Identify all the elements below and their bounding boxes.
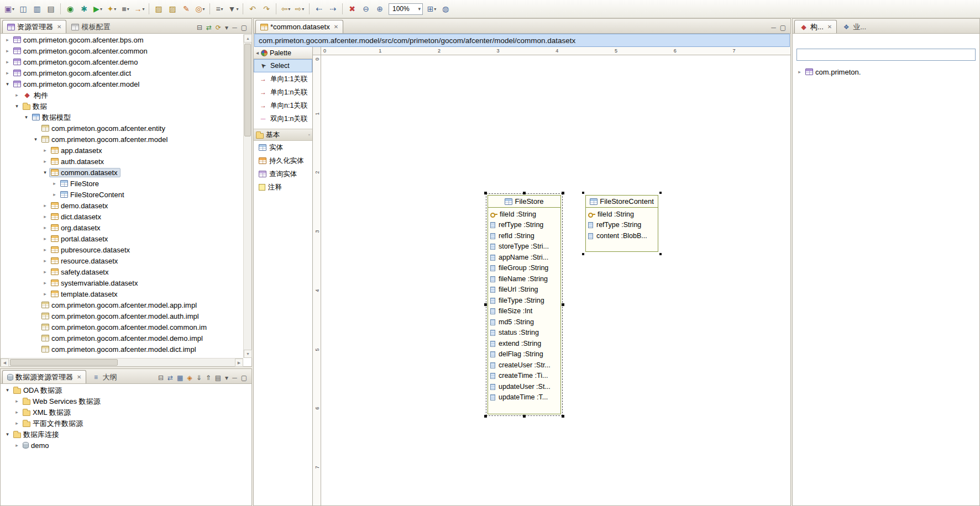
close-icon[interactable]: ✕: [827, 24, 832, 30]
dropdown-caret-icon[interactable]: ▾: [127, 7, 129, 12]
tree-item-body[interactable]: com.primeton.gocom.afcenter.model.demo.i…: [40, 334, 206, 343]
tree-item-body[interactable]: com.primeton.gocom.afcenter.model.auth.i…: [40, 312, 202, 321]
tree-item-body[interactable]: ◆构件: [21, 90, 51, 100]
expand-arrow-icon[interactable]: ▸: [41, 269, 49, 275]
expand-arrow-icon[interactable]: ▸: [13, 92, 21, 98]
dropdown-caret-icon[interactable]: ▾: [221, 7, 223, 12]
tree-item-body[interactable]: auth.datasetx: [49, 157, 107, 166]
entity-field-delFlag[interactable]: delFlag :String: [490, 349, 560, 360]
dropdown-caret-icon[interactable]: ▾: [12, 7, 14, 12]
back-button[interactable]: ⇦▾: [279, 2, 292, 15]
tree-item-body[interactable]: systemvariable.datasetx: [49, 278, 140, 288]
collapse-arrow-icon[interactable]: ▾: [3, 81, 12, 87]
tree-item-28[interactable]: com.primeton.gocom.afcenter.model.dict.i…: [1, 344, 243, 355]
tree-item-15[interactable]: ▸demo.datasetx: [1, 200, 243, 211]
profiles-icon[interactable]: ▤: [215, 375, 221, 381]
tree-item-body[interactable]: com.primeton.gocom.afcenter.model.common…: [40, 323, 209, 332]
tree-item-2[interactable]: ▸XML 数据源: [1, 407, 251, 418]
collapse-all-icon[interactable]: ⊟: [197, 24, 202, 31]
explorer-horizontal-scrollbar[interactable]: ◀ ▶: [1, 358, 243, 366]
tree-item-body[interactable]: 数据: [21, 102, 50, 111]
tree-item-body[interactable]: Web Services 数据源: [21, 397, 103, 406]
tree-item-3[interactable]: ▸平面文件数据源: [1, 418, 251, 429]
palette-tool-entity[interactable]: 实体: [254, 141, 312, 154]
entity-field-fileUrl[interactable]: fileUrl :String: [490, 284, 560, 296]
horizontal-ruler[interactable]: 01234567: [321, 47, 790, 55]
export-icon[interactable]: ⇑: [206, 375, 211, 381]
tree-item-16[interactable]: ▸dict.datasetx: [1, 211, 243, 222]
save-all-button[interactable]: ▥: [30, 2, 44, 15]
resize-handle-ne[interactable]: [562, 192, 564, 194]
resize-handle-se[interactable]: [659, 253, 662, 255]
open-package-2-button[interactable]: ▨: [166, 2, 179, 15]
format-brush-button[interactable]: ✎: [180, 2, 193, 15]
dropdown-caret-icon[interactable]: ▾: [142, 7, 144, 12]
expand-arrow-icon[interactable]: ▸: [41, 280, 49, 286]
minimize-icon[interactable]: ─: [232, 24, 237, 31]
right-splitter[interactable]: [791, 18, 792, 506]
collapse-arrow-icon[interactable]: ▾: [32, 136, 40, 142]
tree-item-body[interactable]: resource.datasetx: [49, 256, 120, 266]
tree-item-1[interactable]: ▸com.primeton.gocom.afcenter.common: [1, 45, 243, 56]
tree-item-body[interactable]: portal.datasetx: [49, 234, 111, 244]
pin-icon[interactable]: ▫: [308, 132, 310, 138]
tree-item-24[interactable]: com.primeton.gocom.afcenter.model.app.im…: [1, 299, 243, 310]
tree-item-body[interactable]: com.primeton.gocom.afcenter.common: [12, 46, 150, 56]
expand-arrow-icon[interactable]: ▸: [50, 181, 59, 186]
expand-arrow-icon[interactable]: ▸: [795, 69, 804, 75]
entity-field-storeType[interactable]: storeType :Stri...: [490, 241, 560, 252]
minimize-icon[interactable]: ─: [771, 24, 776, 31]
tree-item-7[interactable]: ▾数据模型: [1, 112, 243, 123]
entity-field-fileId[interactable]: fileId :String: [588, 209, 658, 220]
chevron-down-icon[interactable]: ▾: [418, 6, 421, 12]
minimize-icon[interactable]: ─: [232, 375, 237, 381]
collapse-arrow-icon[interactable]: ▾: [41, 170, 49, 175]
expand-arrow-icon[interactable]: ▸: [13, 409, 21, 415]
entity-field-status[interactable]: status :String: [490, 328, 560, 339]
expand-arrow-icon[interactable]: ▸: [13, 420, 21, 426]
tree-item-body[interactable]: org.datasetx: [49, 223, 103, 233]
scrollbar-thumb[interactable]: [10, 359, 118, 366]
entity-field-extend[interactable]: extend :String: [490, 338, 560, 349]
tree-item-body[interactable]: com.primeton.gocom.afcenter.model.dict.i…: [40, 345, 199, 354]
tree-item-3[interactable]: ▸com.primeton.gocom.afcenter.dict: [1, 67, 243, 78]
expand-arrow-icon[interactable]: ▸: [41, 203, 49, 208]
entity-field-fileType[interactable]: fileType :String: [490, 295, 560, 306]
link-with-editor-icon[interactable]: ⇄: [167, 375, 173, 381]
dropdown-caret-icon[interactable]: ▾: [288, 7, 290, 12]
maximize-icon[interactable]: ▢: [241, 24, 247, 31]
tree-item-26[interactable]: com.primeton.gocom.afcenter.model.common…: [1, 321, 243, 333]
tree-item-body[interactable]: com.primeton.gocom.afcenter.model.app.im…: [40, 301, 200, 310]
refresh-icon[interactable]: ⟳: [216, 24, 221, 31]
diagram-canvas[interactable]: FileStorefileId :StringrefType :Stringre…: [321, 55, 790, 505]
tab-components[interactable]: ◆构...✕: [794, 20, 837, 33]
new-wizard-button[interactable]: ▣▾: [3, 2, 16, 15]
tree-item-body[interactable]: 数据模型: [30, 113, 74, 122]
dropdown-caret-icon[interactable]: ▾: [100, 7, 102, 12]
expand-arrow-icon[interactable]: ▸: [3, 70, 12, 76]
tree-item-0[interactable]: ▸com.primeton.gocom.afcenter.bps.om: [1, 34, 243, 45]
entity-field-fileName[interactable]: fileName :String: [490, 273, 560, 284]
palette-collapse-icon[interactable]: ◂: [256, 50, 259, 56]
tab-common-datasetx[interactable]: *common.datasetx✕: [255, 20, 343, 33]
tree-item-body[interactable]: com.primeton.gocom.afcenter.entity: [40, 124, 168, 133]
import-icon[interactable]: ⇓: [196, 375, 202, 381]
next-annotation-button[interactable]: ▼▾: [227, 2, 240, 15]
tab-outline[interactable]: ≡大纲: [86, 370, 122, 383]
palette-group-basic[interactable]: 基本 ▫: [254, 129, 312, 141]
expand-arrow-icon[interactable]: ▸: [41, 291, 49, 297]
tab-template-config[interactable]: 模板配置: [66, 20, 115, 33]
tree-item-22[interactable]: ▸systemvariable.datasetx: [1, 277, 243, 288]
entity-field-appName[interactable]: appName :Stri...: [490, 252, 560, 263]
vertical-ruler[interactable]: 01234567: [313, 55, 321, 505]
expand-arrow-icon[interactable]: ▸: [41, 214, 49, 219]
tree-item-body[interactable]: demo.datasetx: [49, 201, 111, 210]
redo-button[interactable]: ↷: [260, 2, 273, 15]
expand-arrow-icon[interactable]: ▸: [41, 159, 49, 164]
tab-business[interactable]: ❖业...: [837, 20, 871, 33]
dropdown-caret-icon[interactable]: ▾: [434, 7, 436, 12]
tree-item-body[interactable]: dict.datasetx: [49, 212, 104, 222]
coverage-button[interactable]: →▾: [133, 2, 146, 15]
expand-arrow-icon[interactable]: ▸: [13, 442, 21, 448]
forward-button[interactable]: ⇨▾: [293, 2, 306, 15]
